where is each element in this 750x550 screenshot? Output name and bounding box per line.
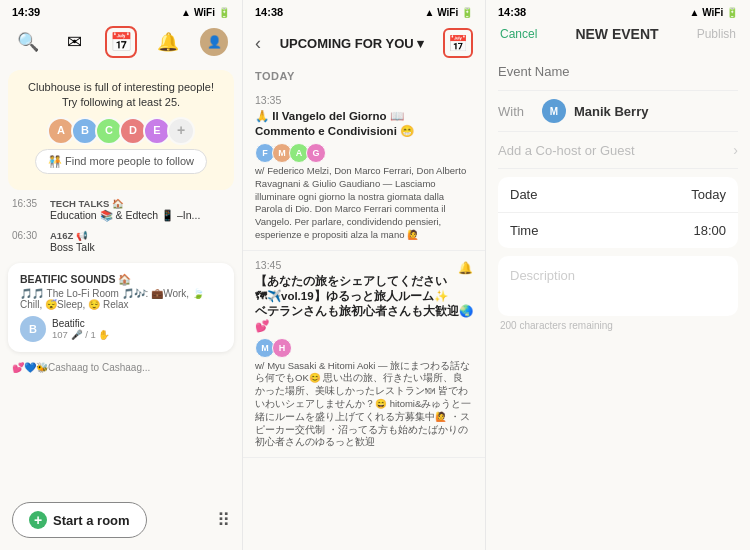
schedule-title: Boss Talk [50,241,230,253]
upcoming-title[interactable]: UPCOMING FOR YOU ▾ [267,36,437,51]
p2-header: ‹ UPCOMING FOR YOU ▾ 📅 [243,22,485,66]
room-card[interactable]: BEATIFIC SOUNDS 🏠 🎵🎵 The Lo-Fi Room 🎵🎶: … [8,263,234,352]
cohost-row[interactable]: Add a Co-host or Guest › [498,132,738,169]
top-nav-p1: 🔍 ✉ 📅 🔔 👤 [0,22,242,66]
back-button[interactable]: ‹ [255,33,261,54]
schedule-item[interactable]: 06:30 A16Z 📢 Boss Talk [0,226,242,257]
time-label: Time [510,223,538,238]
status-bar-p3: 14:38 ▲ WiFi 🔋 [486,0,750,22]
calendar-add-icon[interactable]: 📅 [443,28,473,58]
event-title: 【あなたの旅をシェアしてください🗺✈️vol.19】ゆるっと旅人ルーム✨ベテラン… [255,274,473,334]
section-label-today: TODAY [243,66,485,86]
calendar-icon[interactable]: 📅 [105,26,137,58]
new-event-title: NEW EVENT [575,26,658,42]
char-count: 200 characters remaining [500,320,736,331]
plus-icon: + [29,511,47,529]
banner-text: Clubhouse is full of interesting people!… [28,81,214,108]
publish-button[interactable]: Publish [697,27,736,41]
status-icons-p1: ▲ WiFi 🔋 [181,7,230,18]
description-field[interactable]: Description [498,256,738,316]
schedule-tag: TECH TALKS 🏠 [50,198,230,209]
event-card-1[interactable]: 13:35 🙏 Il Vangelo del Giorno 📖Commento … [243,86,485,251]
suggested-avatars: A B C D E + [20,117,222,145]
follow-banner: Clubhouse is full of interesting people!… [8,70,234,190]
cancel-button[interactable]: Cancel [500,27,537,41]
schedule-item[interactable]: 16:35 TECH TALKS 🏠 Education 📚 & Edtech … [0,194,242,226]
host-stats: 107 🎤 / 1 ✋ [52,329,110,340]
status-time-p1: 14:39 [12,6,40,18]
p3-header: Cancel NEW EVENT Publish [486,22,750,52]
bottom-bar: + Start a room ⠿ [0,494,242,550]
cashaag-preview: 💕💙🐝Cashaag to Cashaag... [0,358,242,377]
bell-icon[interactable]: 🔔 [152,26,184,58]
with-field-row: With M Manik Berry [498,91,738,132]
room-tag: BEATIFIC SOUNDS 🏠 [20,273,222,286]
with-label: With [498,104,534,119]
description-placeholder: Description [510,268,726,283]
status-time-p3: 14:38 [498,6,526,18]
event-name-field[interactable] [498,52,738,91]
schedule-list: 16:35 TECH TALKS 🏠 Education 📚 & Edtech … [0,194,242,257]
host-name: Manik Berry [574,104,648,119]
envelope-icon[interactable]: ✉ [59,26,91,58]
event-description: w/ Federico Melzi, Don Marco Ferrari, Do… [255,165,473,242]
avatar: G [306,143,326,163]
time-row[interactable]: Time 18:00 [498,213,738,248]
start-room-label: Start a room [53,513,130,528]
status-icons-p3: ▲ WiFi 🔋 [690,7,738,18]
panel1-home: 14:39 ▲ WiFi 🔋 🔍 ✉ 📅 🔔 👤 Clubhouse is fu… [0,0,243,550]
host-info: Beatific 107 🎤 / 1 ✋ [52,318,110,340]
schedule-time: 06:30 [12,230,44,253]
room-host-row: B Beatific 107 🎤 / 1 ✋ [20,316,222,342]
schedule-content: TECH TALKS 🏠 Education 📚 & Edtech 📱 –In.… [50,198,230,222]
event-name-input[interactable] [498,64,738,79]
start-room-button[interactable]: + Start a room [12,502,147,538]
event-title: 🙏 Il Vangelo del Giorno 📖Commento e Cond… [255,109,473,139]
find-people-button[interactable]: 🧑‍🤝‍🧑 Find more people to follow [35,149,207,174]
event-card-2[interactable]: 13:45 🔔 【あなたの旅をシェアしてください🗺✈️vol.19】ゆるっと旅人… [243,251,485,458]
host-name: Beatific [52,318,110,329]
bell-notification-icon[interactable]: 🔔 [458,261,473,275]
event-avatars: M H [255,338,473,358]
date-label: Date [510,187,537,202]
date-time-section: Date Today Time 18:00 [498,177,738,248]
avatar: H [272,338,292,358]
search-icon[interactable]: 🔍 [12,26,44,58]
date-row[interactable]: Date Today [498,177,738,213]
status-bar-p1: 14:39 ▲ WiFi 🔋 [0,0,242,22]
event-description: w/ Myu Sasaki & Hitomi Aoki — 旅にまつわる話なら何… [255,360,473,450]
event-time: 13:35 [255,94,473,106]
host-avatar: M [542,99,566,123]
panel2-upcoming: 14:38 ▲ WiFi 🔋 ‹ UPCOMING FOR YOU ▾ 📅 TO… [243,0,486,550]
status-icons-p2: ▲ WiFi 🔋 [425,7,473,18]
room-title: 🎵🎵 The Lo-Fi Room 🎵🎶: 💼Work, 🍃 Chill, 😴S… [20,288,222,310]
grid-icon[interactable]: ⠿ [217,509,230,531]
date-value: Today [691,187,726,202]
event-time: 13:45 🔔 [255,259,473,271]
event-avatars: F M A G [255,143,473,163]
status-time-p2: 14:38 [255,6,283,18]
cohost-label: Add a Co-host or Guest [498,143,635,158]
schedule-tag: A16Z 📢 [50,230,230,241]
status-bar-p2: 14:38 ▲ WiFi 🔋 [243,0,485,22]
schedule-time: 16:35 [12,198,44,222]
host-avatar: B [20,316,46,342]
time-value: 18:00 [693,223,726,238]
profile-avatar-icon[interactable]: 👤 [198,26,230,58]
schedule-content: A16Z 📢 Boss Talk [50,230,230,253]
panel3-new-event: 14:38 ▲ WiFi 🔋 Cancel NEW EVENT Publish … [486,0,750,550]
add-avatar-icon[interactable]: + [167,117,195,145]
chevron-right-icon: › [733,142,738,158]
schedule-title: Education 📚 & Edtech 📱 –In... [50,209,230,222]
